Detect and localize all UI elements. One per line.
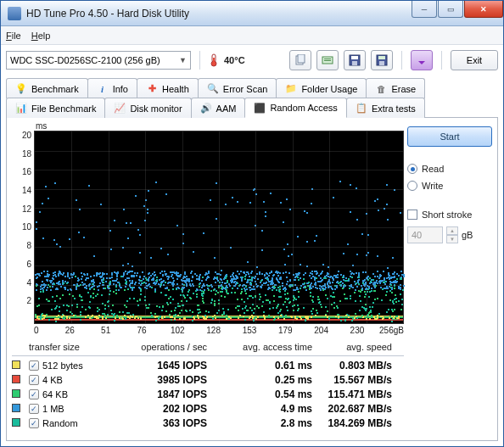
read-radio[interactable]: Read	[407, 164, 492, 174]
transfer-size: 64 KB	[42, 389, 68, 400]
result-row: ✓1 MB 202 IOPS 4.9 ms 202.687 MB/s	[12, 401, 404, 416]
y-axis-unit: ms	[36, 121, 404, 131]
chart-column: ms 2018161412108642 02651761021281531792…	[12, 121, 404, 435]
tab-random-access[interactable]: ⬛Random Access	[244, 98, 346, 118]
drive-select[interactable]: WDC SSC-D0256SC-2100 (256 gB) ▼	[6, 51, 191, 70]
ops-value: 1847 IOPS	[98, 388, 207, 400]
toolbar: WDC SSC-D0256SC-2100 (256 gB) ▼ 40°C Exi…	[6, 50, 498, 70]
radio-icon	[407, 181, 417, 191]
spinner-arrows[interactable]: ▲▼	[446, 226, 458, 243]
series-swatch	[12, 389, 20, 398]
save-screenshot-button[interactable]	[371, 50, 393, 70]
temperature-value: 40°C	[224, 55, 245, 65]
series-swatch	[12, 360, 20, 369]
random-icon: ⬛	[254, 102, 266, 114]
menu-file[interactable]: File	[6, 31, 21, 41]
speed-value: 15.567 MB/s	[312, 374, 400, 386]
stroke-value-input[interactable]: 40	[407, 226, 443, 243]
options-button[interactable]	[411, 50, 433, 70]
window-title: HD Tune Pro 4.50 - Hard Disk Utility	[26, 8, 411, 20]
stroke-unit: gB	[462, 230, 473, 240]
tab-bar: 💡Benchmark iInfo ✚Health 🔍Error Scan 📁Fo…	[6, 77, 498, 118]
series-checkbox[interactable]: ✓	[29, 360, 39, 371]
results-header: transfer size operations / sec avg. acce…	[12, 342, 404, 354]
header-spd: avg. speed	[312, 342, 400, 352]
series-checkbox[interactable]: ✓	[29, 404, 39, 414]
results-table: transfer size operations / sec avg. acce…	[12, 342, 404, 430]
series-checkbox[interactable]: ✓	[29, 418, 39, 428]
file-bench-icon: 📊	[15, 103, 27, 115]
radio-icon	[407, 164, 417, 174]
svg-rect-9	[351, 56, 358, 59]
header-transfer: transfer size	[25, 342, 98, 352]
monitor-icon: 📈	[114, 103, 126, 115]
svg-rect-13	[379, 61, 384, 65]
header-acc: avg. access time	[207, 342, 312, 352]
trash-icon: 🗑	[375, 83, 387, 95]
access-value: 0.25 ms	[207, 374, 312, 386]
tab-info[interactable]: iInfo	[87, 78, 137, 98]
tab-file-benchmark[interactable]: 📊File Benchmark	[6, 98, 105, 118]
info-icon: i	[97, 83, 109, 95]
copy-screenshot-button[interactable]	[316, 50, 339, 70]
speed-value: 184.269 MB/s	[312, 417, 400, 429]
svg-rect-7	[324, 60, 331, 61]
series-checkbox[interactable]: ✓	[29, 375, 39, 385]
separator	[199, 51, 200, 70]
maximize-button[interactable]: ▭	[438, 1, 463, 18]
save-button[interactable]	[344, 50, 366, 70]
extra-icon: 📋	[356, 103, 367, 115]
x-axis: 0265176102128153179204230256gB	[12, 326, 404, 335]
chart-wrap: 2018161412108642	[12, 131, 404, 324]
access-value: 4.9 ms	[207, 403, 312, 415]
drive-select-value: WDC SSC-D0256SC-2100 (256 gB)	[10, 55, 160, 65]
short-stroke-checkbox[interactable]: Short stroke	[407, 210, 492, 220]
spin-up-icon[interactable]: ▲	[446, 226, 458, 235]
speed-value: 115.471 MB/s	[312, 388, 400, 400]
write-radio[interactable]: Write	[407, 181, 492, 191]
cross-icon: ✚	[146, 83, 158, 95]
short-stroke-spinner: 40 ▲▼ gB	[407, 226, 492, 243]
separator	[401, 51, 402, 70]
tab-extra-tests[interactable]: 📋Extra tests	[346, 98, 425, 118]
checkbox-icon	[407, 210, 417, 220]
menubar: File Help	[1, 26, 503, 45]
dropdown-icon: ▼	[179, 56, 187, 64]
copy-info-button[interactable]	[289, 50, 311, 70]
access-value: 2.8 ms	[207, 417, 312, 429]
result-row: ✓4 KB 3985 IOPS 0.25 ms 15.567 MB/s	[12, 372, 404, 387]
svg-rect-4	[298, 54, 305, 63]
spin-down-icon[interactable]: ▼	[446, 235, 458, 243]
series-checkbox[interactable]: ✓	[29, 389, 39, 400]
speed-value: 0.803 MB/s	[312, 360, 400, 372]
minimize-button[interactable]: ─	[412, 1, 437, 18]
exit-button[interactable]: Exit	[451, 50, 498, 70]
tab-aam[interactable]: 🔊AAM	[191, 98, 246, 118]
bulb-icon: 💡	[15, 83, 27, 95]
tab-disk-monitor[interactable]: 📈Disk monitor	[104, 98, 191, 118]
tab-health[interactable]: ✚Health	[137, 78, 199, 98]
speed-value: 202.687 MB/s	[312, 403, 400, 415]
y-axis: 2018161412108642	[12, 131, 34, 324]
start-button[interactable]: Start	[407, 126, 492, 147]
tab-folder-usage[interactable]: 📁Folder Usage	[276, 78, 367, 98]
transfer-size: 1 MB	[42, 404, 64, 414]
tab-benchmark[interactable]: 💡Benchmark	[6, 78, 88, 98]
result-row: ✓Random 363 IOPS 2.8 ms 184.269 MB/s	[12, 416, 404, 430]
tab-erase[interactable]: 🗑Erase	[366, 78, 425, 98]
access-value: 0.54 ms	[207, 388, 312, 400]
close-button[interactable]: ✕	[464, 1, 503, 18]
ops-value: 202 IOPS	[98, 403, 207, 415]
scatter-chart	[34, 131, 404, 324]
tab-content: ms 2018161412108642 02651761021281531792…	[6, 118, 498, 441]
titlebar: HD Tune Pro 4.50 - Hard Disk Utility ─ ▭…	[1, 1, 503, 26]
menu-help[interactable]: Help	[31, 31, 51, 41]
svg-rect-6	[324, 59, 331, 59]
tab-error-scan[interactable]: 🔍Error Scan	[198, 78, 277, 98]
window-buttons: ─ ▭ ✕	[411, 1, 503, 18]
app-window: HD Tune Pro 4.50 - Hard Disk Utility ─ ▭…	[0, 0, 504, 447]
ops-value: 363 IOPS	[98, 417, 207, 429]
thermometer-icon	[209, 53, 219, 67]
separator	[441, 51, 442, 70]
header-ops: operations / sec	[98, 342, 207, 352]
